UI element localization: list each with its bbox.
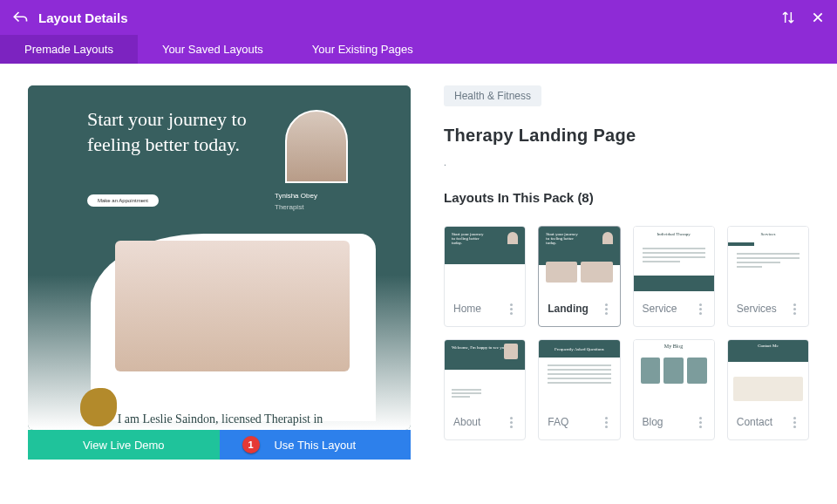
pack-card-blog[interactable]: My Blog Blog — [633, 339, 715, 440]
pack-card-label: Home — [453, 303, 481, 315]
use-this-layout-button[interactable]: 1 Use This Layout — [220, 430, 412, 460]
layout-subdot: . — [444, 158, 809, 167]
more-icon[interactable] — [507, 413, 516, 432]
pack-card-label: Contact — [737, 416, 772, 428]
pack-card-landing[interactable]: Start your journey to feeling better tod… — [538, 226, 620, 327]
more-icon[interactable] — [602, 413, 611, 432]
preview-subtitle: I am Leslie Saindon, licensed Therapist … — [91, 412, 350, 426]
button-label: Use This Layout — [274, 439, 356, 452]
more-icon[interactable] — [790, 413, 800, 432]
pack-thumb: Start your journey to feeling better tod… — [539, 227, 619, 291]
pack-thumb: Frequently Asked Questions — [539, 340, 619, 405]
preview-action-row: View Live Demo 1 Use This Layout — [28, 430, 411, 460]
pack-thumb: Services — [728, 227, 808, 291]
tab-premade-layouts[interactable]: Premade Layouts — [0, 35, 138, 64]
category-badge[interactable]: Health & Fitness — [444, 85, 541, 106]
more-icon[interactable] — [696, 413, 705, 432]
pack-card-faq[interactable]: Frequently Asked Questions FAQ — [538, 339, 620, 440]
pack-thumb: Welcome, I'm happy to see you here — [445, 340, 525, 405]
tab-label: Your Existing Pages — [312, 43, 413, 56]
pack-card-label: FAQ — [548, 416, 568, 428]
view-live-demo-button[interactable]: View Live Demo — [28, 430, 220, 460]
more-icon[interactable] — [602, 300, 611, 318]
pack-heading: Layouts In This Pack (8) — [444, 190, 809, 205]
pack-card-label: Service — [643, 303, 677, 315]
pack-card-label: Blog — [643, 416, 663, 428]
layout-title: Therapy Landing Page — [444, 126, 809, 146]
pack-card-home[interactable]: Start your journey to feeling better tod… — [444, 226, 526, 327]
pack-card-label: Services — [737, 303, 777, 315]
preview-portrait — [285, 110, 348, 183]
pack-card-about[interactable]: Welcome, I'm happy to see you here About — [444, 339, 526, 440]
pack-card-service[interactable]: Individual Therapy Service — [633, 226, 715, 327]
layout-preview: Start your journey to feeling better tod… — [28, 85, 411, 430]
pack-card-label: About — [453, 416, 480, 428]
tab-your-existing-pages[interactable]: Your Existing Pages — [288, 35, 438, 64]
titlebar: Layout Details — [0, 0, 837, 35]
pack-card-label: Landing — [548, 303, 589, 315]
back-icon[interactable] — [12, 10, 28, 25]
tab-your-saved-layouts[interactable]: Your Saved Layouts — [138, 35, 288, 64]
pack-thumb: Contact Me — [728, 340, 808, 405]
more-icon[interactable] — [507, 300, 516, 318]
sort-icon[interactable] — [781, 10, 795, 24]
callout-marker: 1 — [242, 436, 260, 453]
more-icon[interactable] — [790, 300, 800, 318]
preview-heading: Start your journey to feeling better tod… — [87, 107, 270, 157]
pack-card-services[interactable]: Services Services — [727, 226, 809, 327]
content-area: Start your journey to feeling better tod… — [0, 64, 837, 481]
preview-photo — [115, 241, 350, 371]
tab-label: Premade Layouts — [24, 43, 113, 56]
pack-card-contact[interactable]: Contact Me Contact — [727, 339, 809, 440]
pack-thumb: My Blog — [634, 340, 714, 405]
layout-details-column: Health & Fitness Therapy Landing Page . … — [444, 85, 809, 460]
more-icon[interactable] — [696, 300, 705, 318]
pack-grid: Start your journey to feeling better tod… — [444, 226, 809, 440]
pack-thumb: Start your journey to feeling better tod… — [445, 227, 525, 291]
preview-cta-pill: Make an Appointment — [87, 194, 159, 207]
preview-person-role: Therapist — [275, 203, 362, 211]
pack-thumb: Individual Therapy — [634, 227, 714, 291]
close-icon[interactable] — [811, 10, 825, 24]
layout-preview-column: Start your journey to feeling better tod… — [28, 85, 411, 460]
tab-label: Your Saved Layouts — [162, 43, 263, 56]
tabs-bar: Premade Layouts Your Saved Layouts Your … — [0, 35, 837, 64]
preview-person-name: Tynisha Obey — [275, 192, 362, 200]
page-title: Layout Details — [38, 10, 781, 25]
preview-person: Tynisha Obey Therapist — [275, 192, 362, 211]
button-label: View Live Demo — [83, 439, 165, 452]
